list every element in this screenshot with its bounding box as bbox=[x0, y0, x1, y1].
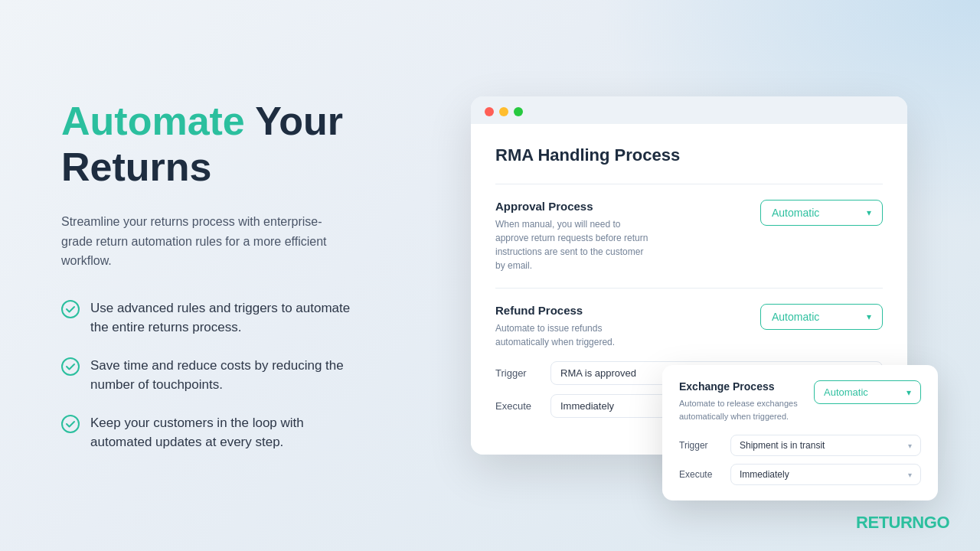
feature-item-3: Keep your customers in the loop with aut… bbox=[61, 413, 368, 452]
description: Streamline your returns process with ent… bbox=[61, 212, 352, 271]
exchange-trigger-label: Trigger bbox=[679, 440, 721, 451]
check-icon-3 bbox=[61, 415, 80, 433]
exchange-trigger-dropdown[interactable]: Shipment is in transit ▾ bbox=[730, 435, 921, 456]
feature-list: Use advanced rules and triggers to autom… bbox=[61, 298, 368, 452]
exchange-execute-label: Execute bbox=[679, 469, 721, 480]
refund-execute-value: Immediately bbox=[560, 400, 614, 412]
right-panel: RMA Handling Process Approval Process Wh… bbox=[429, 81, 980, 470]
exchange-header: Exchange Process Automate to release exc… bbox=[679, 380, 921, 422]
exchange-execute-row: Execute Immediately ▾ bbox=[679, 464, 921, 485]
exchange-dropdown-value: Automatic bbox=[824, 386, 868, 398]
exchange-label: Exchange Process bbox=[679, 380, 802, 393]
refund-dropdown-arrow: ▾ bbox=[867, 311, 871, 322]
svg-point-2 bbox=[62, 416, 79, 432]
exchange-execute-dropdown[interactable]: Immediately ▾ bbox=[730, 464, 921, 485]
feature-item-2: Save time and reduce costs by reducing t… bbox=[61, 356, 368, 395]
browser-dot-yellow bbox=[499, 107, 508, 116]
exchange-fields: Trigger Shipment is in transit ▾ Execute… bbox=[679, 435, 921, 485]
browser-bar bbox=[471, 96, 907, 124]
exchange-dropdown[interactable]: Automatic ▾ bbox=[814, 380, 921, 404]
exchange-execute-value: Immediately bbox=[740, 469, 789, 480]
approval-label: Approval Process bbox=[495, 200, 745, 213]
exchange-card: Exchange Process Automate to release exc… bbox=[662, 365, 938, 500]
refund-dropdown-value: Automatic bbox=[772, 311, 819, 323]
refund-header: Refund Process Automate to issue refunds… bbox=[495, 304, 883, 349]
logo-colored: GO bbox=[924, 513, 949, 532]
check-icon-2 bbox=[61, 357, 80, 376]
refund-desc: Automate to issue refunds automatically … bbox=[495, 321, 648, 349]
approval-dropdown-arrow: ▾ bbox=[867, 207, 871, 218]
feature-text-1: Use advanced rules and triggers to autom… bbox=[90, 298, 366, 337]
browser-dot-red bbox=[485, 107, 494, 116]
approval-dropdown[interactable]: Automatic ▾ bbox=[760, 200, 883, 226]
headline: Automate YourReturns bbox=[61, 99, 368, 191]
refund-execute-label: Execute bbox=[495, 400, 540, 412]
refund-trigger-label: Trigger bbox=[495, 367, 540, 379]
browser-window: RMA Handling Process Approval Process Wh… bbox=[471, 96, 907, 455]
refund-trigger-value: RMA is approved bbox=[560, 367, 636, 379]
refund-label: Refund Process bbox=[495, 304, 745, 317]
headline-colored: Automate bbox=[61, 99, 245, 143]
exchange-desc: Automate to release exchanges automatica… bbox=[679, 397, 802, 422]
returngo-logo: RETURNGO bbox=[856, 513, 949, 533]
exchange-trigger-arrow: ▾ bbox=[908, 442, 912, 450]
exchange-trigger-row: Trigger Shipment is in transit ▾ bbox=[679, 435, 921, 456]
feature-item-1: Use advanced rules and triggers to autom… bbox=[61, 298, 368, 337]
left-panel: Automate YourReturns Streamline your ret… bbox=[0, 53, 429, 497]
refund-dropdown[interactable]: Automatic ▾ bbox=[760, 304, 883, 330]
exchange-info: Exchange Process Automate to release exc… bbox=[679, 380, 802, 422]
feature-text-2: Save time and reduce costs by reducing t… bbox=[90, 356, 366, 395]
browser-dot-green bbox=[514, 107, 523, 116]
check-icon-1 bbox=[61, 300, 80, 318]
approval-dropdown-value: Automatic bbox=[772, 207, 819, 219]
svg-point-1 bbox=[62, 358, 79, 375]
approval-desc: When manual, you will need to approve re… bbox=[495, 217, 648, 272]
feature-text-3: Keep your customers in the loop with aut… bbox=[90, 413, 366, 452]
approval-section: Approval Process When manual, you will n… bbox=[495, 184, 883, 288]
logo-dark: RETURN bbox=[856, 513, 924, 532]
exchange-dropdown-arrow: ▾ bbox=[906, 387, 911, 398]
approval-info: Approval Process When manual, you will n… bbox=[495, 200, 745, 272]
exchange-execute-arrow: ▾ bbox=[908, 471, 912, 479]
approval-header: Approval Process When manual, you will n… bbox=[495, 200, 883, 272]
svg-point-0 bbox=[62, 301, 79, 318]
exchange-trigger-value: Shipment is in transit bbox=[740, 440, 825, 451]
refund-info: Refund Process Automate to issue refunds… bbox=[495, 304, 745, 349]
card-title: RMA Handling Process bbox=[495, 145, 883, 165]
